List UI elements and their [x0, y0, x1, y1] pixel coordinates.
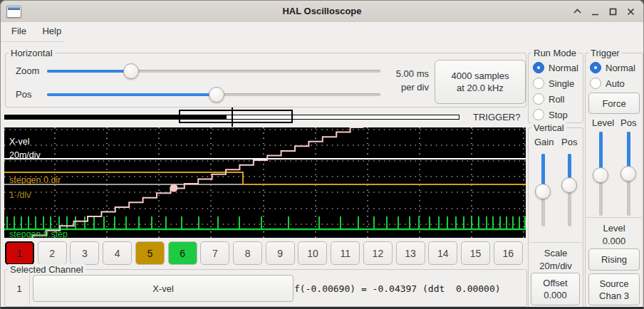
trigger-option-auto[interactable]: Auto	[586, 75, 643, 91]
zoom-slider[interactable]	[47, 63, 380, 79]
trigger-question-label: TRIGGER?	[473, 112, 520, 122]
channel-button-6[interactable]: 6	[168, 241, 197, 265]
trigger-pos-slider-handle[interactable]	[620, 166, 636, 182]
window-controls	[571, 1, 636, 22]
vertical-group: Vertical Gain Pos Scale 20m/div Offset 0…	[528, 127, 583, 308]
channel-button-8[interactable]: 8	[233, 241, 262, 265]
horizontal-group-label: Horizontal	[9, 48, 55, 58]
vertical-separator	[529, 242, 582, 243]
radio-label: Normal	[549, 63, 578, 73]
offset-button[interactable]: Offset 0.000	[531, 273, 580, 305]
zoom-slider-fill	[47, 70, 131, 73]
channel-button-13[interactable]: 13	[396, 241, 425, 265]
channel-button-12[interactable]: 12	[363, 241, 393, 265]
channel-button-5[interactable]: 5	[135, 241, 165, 265]
trigger-options: NormalAuto	[586, 60, 643, 91]
channel-button-9[interactable]: 9	[266, 241, 295, 265]
titlebar: HAL Oscilloscope	[1, 1, 643, 23]
force-button[interactable]: Force	[588, 93, 640, 114]
trigger-group-label: Trigger	[588, 48, 622, 58]
level-slider-label: Level	[592, 117, 614, 128]
scope-label: stepgen.0.dir	[9, 175, 61, 185]
gain-slider[interactable]	[534, 154, 552, 226]
level-slider-handle[interactable]	[593, 167, 608, 183]
zoom-slider-handle[interactable]	[123, 63, 139, 79]
menu-help[interactable]: Help	[36, 22, 68, 40]
channel-button-1[interactable]: 1	[5, 241, 34, 265]
source-button-line1: Source	[599, 278, 628, 290]
scope-label: 20m/div	[9, 150, 41, 160]
view-window-box[interactable]	[179, 110, 293, 123]
menubar: File Help	[1, 22, 643, 42]
samples-button-line1: 4000 samples	[452, 70, 509, 82]
samples-button-line2: at 20.0 kHz	[457, 82, 504, 94]
channel-button-15[interactable]: 15	[461, 241, 490, 265]
source-button-line2: Chan 3	[599, 290, 629, 302]
channel-button-4[interactable]: 4	[103, 241, 132, 265]
probe-marker	[170, 184, 178, 192]
channel-button-10[interactable]: 10	[298, 241, 327, 265]
radio-icon[interactable]	[533, 109, 544, 120]
shade-icon[interactable]	[571, 6, 583, 17]
channel-button-16[interactable]: 16	[494, 241, 523, 265]
per-div-readout: 5.00 ms per div	[375, 67, 429, 94]
run-mode-option-single[interactable]: Single	[529, 75, 583, 91]
radio-icon[interactable]	[590, 78, 601, 89]
selected-channel-number: 1	[12, 283, 26, 294]
horizontal-pos-slider-handle[interactable]	[209, 87, 224, 103]
scope-label: 1·/div	[9, 190, 31, 200]
run-mode-option-roll[interactable]: Roll	[529, 91, 583, 107]
run-mode-group: Run Mode NormalSingleRollStop	[528, 53, 583, 123]
force-button-label: Force	[602, 98, 625, 110]
close-icon[interactable]	[625, 6, 636, 17]
minimize-icon[interactable]	[589, 6, 601, 17]
samples-button[interactable]: 4000 samples at 20.0 kHz	[435, 60, 526, 104]
trigger-pos-slider-label: Pos	[620, 117, 636, 128]
channel-button-7[interactable]: 7	[200, 241, 229, 265]
horizontal-pos-slider-fill	[47, 93, 217, 96]
level-slider[interactable]	[591, 132, 610, 216]
scale-value: 20m/div	[529, 260, 583, 273]
channel-button-3[interactable]: 3	[70, 241, 99, 265]
vertical-pos-slider[interactable]	[560, 154, 578, 226]
run-mode-group-label: Run Mode	[531, 48, 578, 58]
scale-caption: Scale	[529, 247, 583, 260]
maximize-icon[interactable]	[607, 6, 618, 17]
radio-icon[interactable]	[533, 78, 544, 89]
scope-label: stepgen.0.step	[9, 229, 68, 238]
radio-label: Roll	[549, 94, 564, 105]
source-button[interactable]: Source Chan 3	[588, 273, 640, 305]
radio-label: Stop	[549, 110, 568, 120]
record-position-bar[interactable]: TRIGGER?	[4, 108, 526, 127]
selected-channel-group-label: Selected Channel	[8, 264, 85, 275]
channel-name-button[interactable]: X-vel	[33, 275, 294, 302]
per-div-value: 5.00 ms	[375, 67, 429, 80]
channel-button-14[interactable]: 14	[428, 241, 457, 265]
horizontal-pos-slider[interactable]	[47, 87, 380, 103]
channel-name-label: X-vel	[152, 283, 174, 295]
trigger-pos-slider[interactable]	[619, 132, 638, 216]
trigger-option-normal[interactable]: Normal	[586, 60, 643, 75]
radio-icon[interactable]	[533, 93, 544, 105]
dir-trace	[4, 172, 526, 184]
radio-icon[interactable]	[533, 62, 544, 73]
channel-button-2[interactable]: 2	[38, 241, 67, 265]
vertical-pos-slider-handle[interactable]	[561, 177, 577, 193]
radio-icon[interactable]	[590, 62, 601, 73]
menu-file[interactable]: File	[5, 22, 33, 40]
gain-slider-handle[interactable]	[535, 184, 551, 199]
run-mode-option-normal[interactable]: Normal	[529, 60, 583, 75]
channel-button-row: 12345678910111213141516	[5, 241, 523, 265]
radio-label: Single	[549, 78, 574, 89]
channel-button-11[interactable]: 11	[331, 241, 360, 265]
pos-slider-label: Pos	[16, 89, 31, 100]
per-div-unit: per div	[375, 80, 429, 94]
channel-value-readout: f(-0.00690) = -0.04397 (ddt 0.00000)	[294, 283, 501, 294]
level-readout: Level 0.000	[586, 222, 643, 248]
run-mode-option-stop[interactable]: Stop	[529, 107, 583, 122]
run-mode-options: NormalSingleRollStop	[529, 60, 583, 122]
edge-button[interactable]: Rising	[588, 248, 640, 271]
level-caption: Level	[586, 222, 643, 235]
trigger-point-marker[interactable]	[232, 108, 233, 127]
level-value: 0.000	[586, 235, 643, 248]
